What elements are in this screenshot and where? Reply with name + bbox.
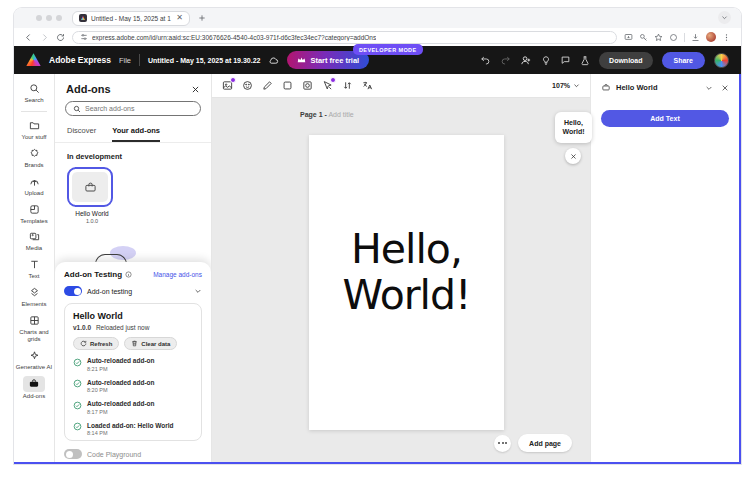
- tab-strip: Untitled - May 15, 2025 at 1 ✕: [14, 8, 741, 28]
- manage-add-ons-link[interactable]: Manage add-ons: [153, 271, 202, 278]
- floating-text-element[interactable]: Hello, World!: [555, 112, 592, 143]
- bookmark-star-icon[interactable]: [654, 33, 663, 42]
- chevron-down-icon[interactable]: [194, 287, 202, 295]
- new-tab-button[interactable]: [198, 14, 206, 22]
- addons-search[interactable]: [65, 101, 201, 116]
- minimize-window-button[interactable]: [46, 15, 52, 21]
- sidebar-label: Text: [15, 273, 53, 280]
- clear-data-button[interactable]: Clear data: [124, 337, 177, 350]
- sidebar-item-add-ons[interactable]: Add-ons: [14, 376, 54, 400]
- share-button[interactable]: Share: [662, 52, 705, 69]
- tab-discover[interactable]: Discover: [67, 126, 96, 142]
- file-menu[interactable]: File: [119, 56, 131, 65]
- add-page-button[interactable]: Add page: [518, 434, 572, 452]
- translate-tool-icon[interactable]: [362, 80, 373, 91]
- back-icon[interactable]: [24, 33, 33, 42]
- testing-title: Add-on Testing: [64, 270, 122, 279]
- section-in-development: In development: [55, 143, 211, 167]
- zoom-level: 107%: [552, 82, 570, 89]
- zoom-control[interactable]: 107%: [552, 82, 580, 89]
- sidebar-item-charts-grids[interactable]: Charts and grids: [14, 313, 54, 343]
- window-controls[interactable]: [36, 15, 62, 21]
- page-title-placeholder[interactable]: Add title: [328, 111, 353, 118]
- sidebar-label: Add-ons: [15, 393, 53, 400]
- tab-search-chevron-button[interactable]: [718, 11, 731, 24]
- shapes-tool-icon[interactable]: [282, 80, 293, 91]
- search-icon: [73, 105, 81, 113]
- tab-your-add-ons[interactable]: Your add-ons: [112, 126, 160, 142]
- maximize-window-button[interactable]: [56, 15, 62, 21]
- password-key-icon[interactable]: [639, 33, 648, 42]
- adobe-express-logo[interactable]: [26, 53, 41, 67]
- add-collaborator-icon[interactable]: [520, 55, 532, 66]
- arrange-tool-icon[interactable]: [342, 80, 353, 91]
- appbar-actions: Download Share: [480, 52, 729, 69]
- downloads-icon[interactable]: [691, 33, 700, 42]
- sidebar-item-generative-ai[interactable]: Generative AI: [14, 348, 54, 371]
- redo-icon[interactable]: [500, 55, 511, 65]
- close-icon: [570, 153, 577, 160]
- addon-testing-sheet: Add-on Testing Manage add-ons Add-on tes…: [55, 262, 211, 462]
- sidebar-label: Search: [15, 97, 53, 104]
- code-playground-toggle[interactable]: [64, 449, 82, 459]
- browser-tab[interactable]: Untitled - May 15, 2025 at 1 ✕: [72, 11, 190, 26]
- templates-icon: [26, 202, 43, 217]
- refresh-icon: [80, 340, 87, 347]
- effects-tool-icon[interactable]: [322, 80, 333, 91]
- stickers-tool-icon[interactable]: [242, 80, 253, 91]
- document-title[interactable]: Untitled - May 15, 2025 at 19.30.22: [148, 57, 260, 64]
- clear-data-label: Clear data: [141, 341, 170, 347]
- canvas-text-line2[interactable]: World!: [309, 273, 504, 319]
- dismiss-element-button[interactable]: [565, 148, 581, 164]
- canvas-toolbar: 107%: [212, 74, 590, 98]
- site-settings-icon[interactable]: [80, 33, 88, 41]
- log-entry: Auto-reloaded add-on8:21 PM: [73, 357, 193, 372]
- page-label[interactable]: Page 1 - Add title: [300, 111, 354, 118]
- express-app-bar: Adobe Express File Untitled - May 15, 20…: [14, 46, 741, 74]
- media-tool-icon[interactable]: [222, 80, 233, 91]
- sidebar-label: Your stuff: [15, 134, 53, 141]
- page-more-options-button[interactable]: [494, 435, 511, 452]
- frames-tool-icon[interactable]: [302, 80, 313, 91]
- beaker-icon[interactable]: [580, 55, 590, 66]
- close-addon-panel-icon[interactable]: [721, 84, 729, 92]
- document-page[interactable]: Hello, World!: [309, 135, 504, 430]
- log-entry: Auto-reloaded add-on8:17 PM: [73, 400, 193, 415]
- sidebar-item-your-stuff[interactable]: Your stuff: [14, 118, 54, 141]
- cloud-sync-icon[interactable]: [268, 56, 279, 65]
- check-circle-icon: [73, 422, 82, 436]
- forward-icon[interactable]: [40, 33, 49, 42]
- browser-menu-icon[interactable]: [722, 33, 731, 42]
- refresh-button[interactable]: Refresh: [73, 337, 119, 350]
- reload-icon[interactable]: [56, 33, 65, 42]
- addon-card-hello-world[interactable]: [67, 167, 113, 207]
- download-button[interactable]: Download: [599, 52, 652, 69]
- info-icon[interactable]: [125, 271, 132, 278]
- close-panel-icon[interactable]: [191, 85, 200, 94]
- extensions-icon[interactable]: [669, 33, 678, 42]
- browser-profile-avatar[interactable]: [706, 32, 716, 42]
- install-app-icon[interactable]: [624, 33, 633, 42]
- url-field[interactable]: express.adobe.com/id/urn:aaid:sc:EU:3067…: [72, 31, 617, 44]
- undo-icon[interactable]: [480, 55, 491, 65]
- tab-close-icon[interactable]: ✕: [176, 14, 183, 22]
- sidebar-item-media[interactable]: Media: [14, 229, 54, 252]
- add-on-testing-toggle[interactable]: [64, 286, 82, 296]
- sidebar-item-elements[interactable]: Elements: [14, 285, 54, 308]
- chevron-down-icon[interactable]: [705, 84, 713, 92]
- add-text-button[interactable]: Add Text: [601, 110, 729, 127]
- sidebar-item-brands[interactable]: Brands: [14, 146, 54, 169]
- close-window-button[interactable]: [36, 15, 42, 21]
- canvas-text-line1[interactable]: Hello,: [309, 227, 504, 273]
- sidebar-item-templates[interactable]: Templates: [14, 202, 54, 225]
- media-icon: [26, 229, 43, 244]
- lightbulb-icon[interactable]: [541, 55, 551, 66]
- tab-title: Untitled - May 15, 2025 at 1: [91, 15, 172, 22]
- sidebar-item-search[interactable]: Search: [14, 81, 54, 104]
- sidebar-item-upload[interactable]: Upload: [14, 174, 54, 197]
- addons-search-input[interactable]: [85, 105, 193, 112]
- sidebar-item-text[interactable]: Text: [14, 257, 54, 280]
- user-avatar[interactable]: [714, 53, 729, 68]
- draw-tool-icon[interactable]: [262, 80, 273, 91]
- comment-icon[interactable]: [560, 55, 571, 65]
